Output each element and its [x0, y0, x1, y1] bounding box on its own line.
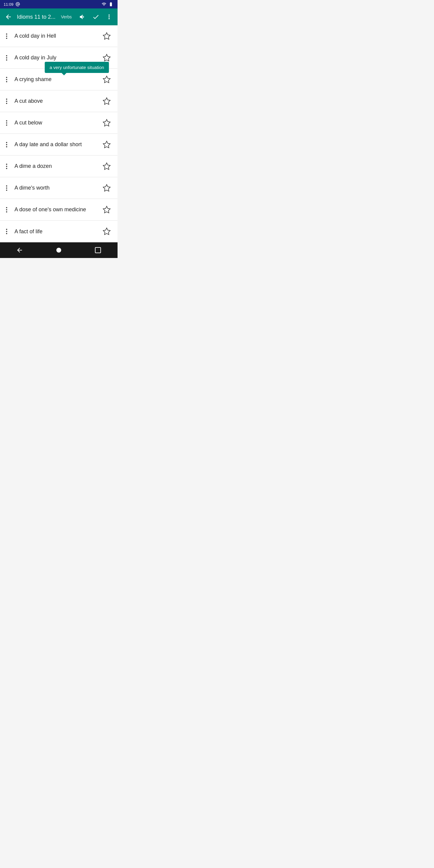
status-right — [101, 2, 114, 7]
list-item[interactable]: A cut above — [0, 90, 118, 112]
star-button[interactable] — [101, 204, 113, 216]
star-icon — [102, 162, 111, 170]
star-icon — [102, 32, 111, 40]
star-button[interactable] — [101, 73, 113, 86]
time: 11:09 — [4, 2, 13, 7]
drag-dot — [6, 77, 7, 78]
drag-handle[interactable] — [5, 140, 8, 150]
list-item[interactable]: A dose of one's own medicine — [0, 199, 118, 221]
item-text-wrapper: A cut below — [14, 120, 101, 126]
idiom-text: A dime's worth — [14, 185, 50, 191]
idioms-list: A cold day in Hell A cold day in July a … — [0, 25, 118, 242]
star-button[interactable] — [101, 225, 113, 238]
drag-dot — [6, 103, 7, 104]
drag-handle[interactable] — [5, 205, 8, 215]
list-item[interactable]: A cold day in Hell — [0, 25, 118, 47]
status-left: 11:09 — [4, 2, 20, 7]
more-vert-icon — [105, 13, 113, 21]
drag-dot — [6, 33, 7, 35]
item-text-wrapper: A day late and a dollar short — [14, 141, 101, 148]
star-button[interactable] — [101, 160, 113, 173]
star-icon — [102, 75, 111, 84]
svg-marker-1 — [103, 54, 110, 61]
drag-dot — [6, 229, 7, 230]
svg-marker-6 — [103, 163, 110, 169]
nav-home-button[interactable] — [50, 242, 68, 258]
drag-dot — [6, 187, 7, 189]
star-icon — [102, 206, 111, 214]
drag-dot — [6, 166, 7, 167]
svg-marker-4 — [103, 119, 110, 126]
list-item[interactable]: A cut below — [0, 112, 118, 134]
drag-dot — [6, 146, 7, 147]
drag-dot — [6, 185, 7, 187]
item-text-wrapper: A cold day in July — [14, 55, 101, 61]
drag-handle[interactable] — [5, 161, 8, 172]
idiom-text: A cold day in July — [14, 55, 56, 61]
drag-handle[interactable] — [5, 183, 8, 193]
sound-button[interactable] — [76, 11, 89, 23]
svg-marker-2 — [103, 76, 110, 83]
drag-dot — [6, 57, 7, 59]
star-button[interactable] — [101, 95, 113, 107]
drag-dot — [6, 144, 7, 145]
check-icon — [92, 13, 99, 21]
back-arrow-icon — [5, 13, 12, 21]
drag-handle[interactable] — [5, 96, 8, 106]
drag-handle[interactable] — [5, 118, 8, 128]
list-item[interactable]: A fact of life — [0, 221, 118, 242]
svg-marker-0 — [103, 33, 110, 39]
drag-handle[interactable] — [5, 53, 8, 63]
drag-handle[interactable] — [5, 31, 8, 41]
idiom-text: A dose of one's own medicine — [14, 207, 86, 213]
drag-dot — [6, 120, 7, 121]
idiom-text: A dime a dozen — [14, 163, 52, 169]
drag-dot — [6, 209, 7, 210]
idiom-text: A cut below — [14, 120, 42, 126]
tooltip: a very unfortunate situation — [44, 62, 109, 73]
star-button[interactable] — [101, 117, 113, 129]
app-bar-actions — [76, 11, 115, 23]
navigation-bar — [0, 242, 118, 258]
star-icon — [102, 184, 111, 192]
drag-handle[interactable] — [5, 74, 8, 85]
drag-dot — [6, 79, 7, 80]
idiom-text: A cold day in Hell — [14, 33, 56, 39]
back-button[interactable] — [2, 11, 14, 23]
drag-handle[interactable] — [5, 226, 8, 237]
list-item[interactable]: A day late and a dollar short — [0, 134, 118, 156]
nav-back-button[interactable] — [10, 242, 29, 258]
status-bar: 11:09 — [0, 0, 118, 8]
star-icon — [102, 54, 111, 62]
drag-dot — [6, 211, 7, 213]
battery-icon — [108, 2, 114, 7]
star-icon — [102, 141, 111, 149]
nav-recents-button[interactable] — [89, 242, 107, 258]
idiom-text: A day late and a dollar short — [14, 141, 82, 147]
item-text-wrapper: A dime a dozen — [14, 163, 101, 169]
item-text-wrapper: a very unfortunate situationA crying sha… — [14, 76, 101, 83]
check-button[interactable] — [90, 11, 102, 23]
drag-dot — [6, 101, 7, 102]
app-bar: Idioms 11 to 2... Verbs — [0, 8, 118, 25]
list-item[interactable]: A dime a dozen — [0, 156, 118, 177]
nav-back-icon — [16, 247, 23, 254]
more-options-button[interactable] — [103, 11, 115, 23]
list-item[interactable]: a very unfortunate situationA crying sha… — [0, 69, 118, 90]
drag-dot — [6, 164, 7, 165]
star-button[interactable] — [101, 30, 113, 42]
svg-marker-5 — [103, 141, 110, 148]
star-button[interactable] — [101, 182, 113, 194]
drag-dot — [6, 98, 7, 100]
drag-dot — [6, 207, 7, 208]
nav-recents-icon — [94, 247, 101, 254]
drag-dot — [6, 231, 7, 232]
list-item[interactable]: A dime's worth — [0, 177, 118, 199]
idiom-text: A crying shame — [14, 76, 52, 82]
star-button[interactable] — [101, 138, 113, 151]
svg-point-10 — [56, 248, 61, 253]
drag-dot — [6, 122, 7, 124]
item-text-wrapper: A cold day in Hell — [14, 33, 101, 39]
drag-dot — [6, 142, 7, 143]
drag-dot — [6, 168, 7, 169]
